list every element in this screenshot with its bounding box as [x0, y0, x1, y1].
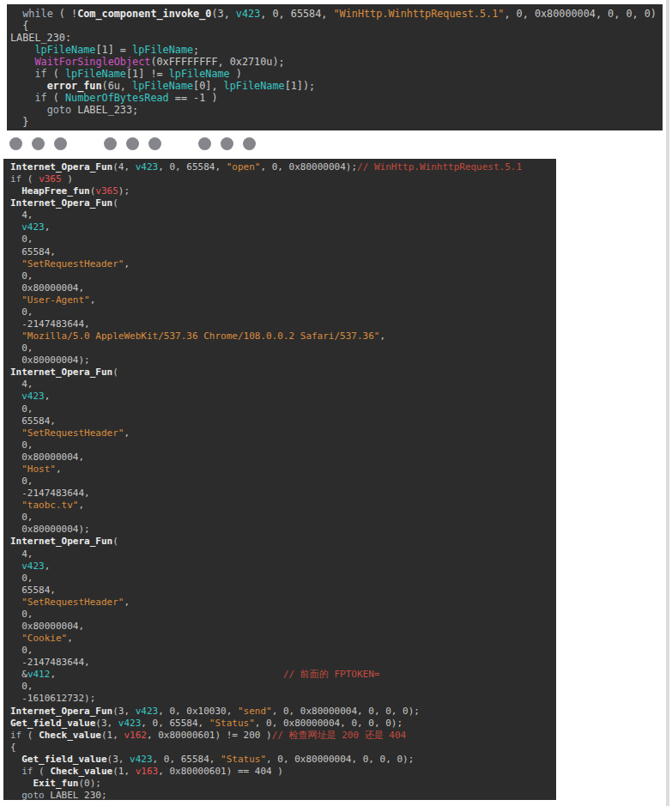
code-line: HeapFree_fun(v365);: [10, 185, 556, 197]
code-line: &v412, // 前面的 FPTOKEN=: [10, 669, 556, 681]
code-line: if ( Check_value(1, v162, 0x80000601) !=…: [10, 730, 556, 742]
code-line: "SetRequestHeader",: [10, 427, 556, 439]
code-line: v423,: [10, 561, 556, 573]
code-line: goto LABEL_230;: [10, 790, 556, 800]
code-line: if ( Check_value(1, v163, 0x80000601) ==…: [10, 766, 556, 778]
code-line: 4,: [10, 548, 556, 561]
code-panel-bottom[interactable]: Internet_Opera_Fun(4, v423, 0, 65584, "o…: [3, 159, 556, 800]
code-line: Internet_Opera_Fun(: [10, 536, 556, 548]
code-line: v423,: [10, 221, 556, 233]
code-line: 0x80000004,: [10, 451, 556, 464]
code-line: 0,: [10, 645, 556, 657]
code-line: goto LABEL_233;: [10, 104, 661, 116]
code-line: "SetRequestHeader",: [10, 597, 556, 609]
code-line: 0,: [10, 476, 556, 488]
code-line: v423,: [10, 391, 556, 403]
redacted-dot-icon: [243, 137, 256, 150]
code-line: if ( NumberOfBytesRead == -1 ): [10, 92, 661, 104]
code-line: error_fun(6u, lpFileName[0], lpFileName[…: [10, 80, 661, 92]
screenshot-root: { "window": { "bg": "#ffffff" }, "colors…: [0, 0, 672, 806]
code-line: "Host",: [10, 464, 556, 476]
redacted-dot-icon: [32, 137, 45, 150]
code-line: "Mozilla/5.0 AppleWebKit/537.36 Chrome/1…: [10, 330, 556, 342]
code-line: WaitForSingleObject(0xFFFFFFFF, 0x2710u)…: [10, 56, 661, 68]
code-line: }: [10, 116, 661, 128]
code-line: 0,: [10, 609, 556, 621]
code-line: 0,: [10, 403, 556, 415]
redacted-dot-icon: [104, 137, 117, 150]
code-line: 0x80000004,: [10, 282, 556, 294]
code-line: lpFileName[1] = lpFileName;: [10, 44, 661, 56]
code-line: "SetRequestHeader",: [10, 258, 556, 270]
code-line: 0x80000004,: [10, 621, 556, 633]
code-line: 0,: [10, 439, 556, 451]
code-line: Internet_Opera_Fun(: [10, 197, 556, 209]
code-line: "taobc.tv",: [10, 500, 556, 512]
code-line: LABEL_230:: [10, 32, 661, 44]
code-line: 4,: [10, 209, 556, 221]
code-line: while ( !Com_component_invoke_0(3, v423,…: [10, 8, 661, 20]
page-scrollbar[interactable]: [666, 0, 669, 806]
redacted-icon-dots-row: [9, 137, 256, 150]
code-line: 0,: [10, 342, 556, 355]
code-line: 0,: [10, 573, 556, 585]
code-line: Internet_Opera_Fun(: [10, 367, 556, 379]
code-line: -2147483644,: [10, 318, 556, 330]
code-line: 0,: [10, 270, 556, 282]
redacted-dot-icon: [148, 137, 161, 150]
code-line: 0x80000004);: [10, 355, 556, 367]
redacted-dot-icon: [221, 137, 233, 150]
code-line: if ( lpFileName[1] != lpFileName ): [10, 68, 661, 80]
redacted-dot-icon: [9, 137, 22, 150]
code-line: 65584,: [10, 246, 556, 258]
code-line: 4,: [10, 379, 556, 391]
code-panel-top[interactable]: while ( !Com_component_invoke_0(3, v423,…: [7, 4, 663, 130]
code-line: Internet_Opera_Fun(4, v423, 0, 65584, "o…: [10, 161, 556, 173]
code-line: 0,: [10, 681, 556, 693]
code-line: -1610612732);: [10, 693, 556, 705]
code-line: {: [10, 20, 661, 32]
redacted-dot-icon: [198, 137, 211, 150]
code-line: Internet_Opera_Fun(3, v423, 0, 0x10030, …: [10, 706, 556, 718]
code-line: Get_field_value(3, v423, 0, 65584, "Stat…: [10, 718, 556, 730]
code-line: "Cookie",: [10, 633, 556, 645]
code-line: "User-Agent",: [10, 294, 556, 306]
code-line: Exit_fun(0);: [10, 778, 556, 790]
code-line: 0,: [10, 512, 556, 524]
code-line: -2147483644,: [10, 488, 556, 500]
code-line: 0x80000004);: [10, 524, 556, 536]
code-line: 65584,: [10, 415, 556, 427]
redacted-dot-icon: [126, 137, 139, 150]
code-line: 0,: [10, 306, 556, 318]
code-line: 65584,: [10, 585, 556, 597]
code-line: Get_field_value(3, v423, 0, 65584, "Stat…: [10, 754, 556, 766]
code-line: 0,: [10, 233, 556, 245]
code-line: -2147483644,: [10, 657, 556, 669]
redacted-dot-icon: [54, 137, 67, 150]
code-line: if ( v365 ): [10, 173, 556, 185]
code-line: {: [10, 742, 556, 754]
